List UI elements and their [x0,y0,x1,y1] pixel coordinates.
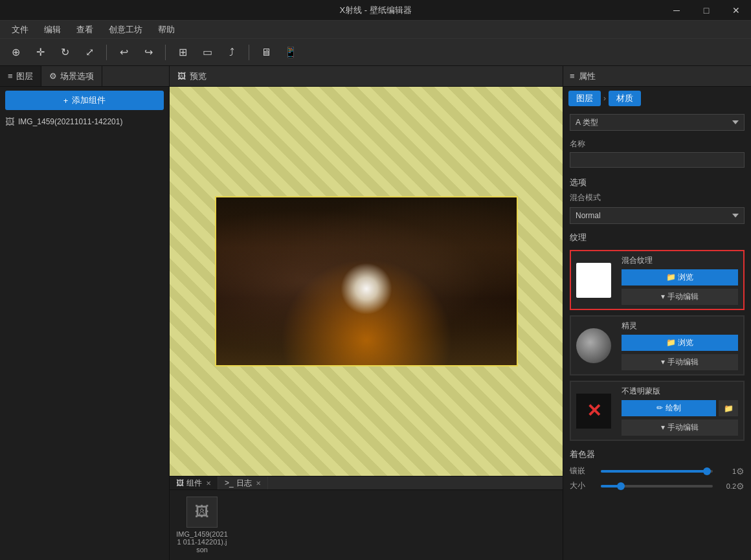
center-panel: 🖼 预览 🖼 组件 ✕ >_ 日志 ✕ [170,66,563,560]
size-label: 大小 [570,480,596,491]
preview-tab: 🖼 预览 [170,66,563,87]
opacity-x-preview: ✕ [576,394,611,429]
tab-components[interactable]: 🖼 组件 ✕ [170,476,218,489]
layer-image-icon: 🖼 [5,117,14,127]
tint-thumb[interactable] [703,467,711,475]
menu-view[interactable]: 查看 [70,23,100,37]
preview-label: 预览 [190,71,207,82]
colorizer-section: 着色器 镶嵌 1 ⚙ 大小 [563,443,751,498]
mixed-texture-thumb [571,251,616,309]
layer-item[interactable]: 🖼 IMG_1459(20211011-142201) [0,114,169,129]
sprite-browse-btn[interactable]: 📁 浏览 [622,335,738,351]
nav-material[interactable]: 材质 [609,91,641,106]
size-slider-container [601,485,713,487]
menu-file[interactable]: 文件 [5,23,35,37]
prop-nav: 图层 › 材质 [563,87,751,110]
blend-mode-row: Normal Multiply Screen Overlay Add [563,205,751,227]
tab-log[interactable]: >_ 日志 ✕ [218,476,268,489]
tool-chart[interactable]: ⤴ [221,42,242,63]
tint-gear-icon[interactable]: ⚙ [736,466,745,476]
add-component-button[interactable]: + 添加组件 [5,91,164,110]
components-tab-close[interactable]: ✕ [206,480,211,487]
layers-icon: ≡ [8,71,13,81]
name-input[interactable] [570,152,745,168]
right-panel: ≡ 属性 图层 › 材质 A 类型 名称 选项 混合模式 Normal Mult… [563,66,751,560]
nav-arrow: › [603,94,606,103]
close-button[interactable]: ✕ [721,0,751,21]
main-content: ≡ 图层 ⚙ 场景选项 + 添加组件 🖼 IMG_1459(20211011-1… [0,66,751,560]
sprite-manual-btn[interactable]: ▾ 手动编辑 [622,354,738,370]
opacity-thumb: ✕ [571,382,616,440]
sprite-gray-preview [576,328,611,363]
toolbar: ⊕ ✛ ↻ ⤢ ↩ ↪ ⊞ ▭ ⤴ 🖥 📱 [0,39,751,66]
tab-layers[interactable]: ≡ 图层 [0,66,41,86]
tint-row: 镶嵌 1 ⚙ [570,465,745,476]
tab-scene-label: 场景选项 [60,71,94,82]
opacity-manual-btn[interactable]: ▾ 手动编辑 [622,420,738,436]
image-content [216,197,517,365]
menubar: 文件 编辑 查看 创意工坊 帮助 [0,21,751,39]
glow-effect [341,263,392,315]
type-section: A 类型 [563,110,751,135]
tint-value: 1 [718,467,736,475]
tool-rect[interactable]: ▭ [197,42,218,63]
sprite-card: 精灵 📁 浏览 ▾ 手动编辑 [570,315,745,375]
log-label: 日志 [236,478,252,489]
toolbar-divider-2 [165,45,166,60]
sprite-name: 精灵 [622,320,738,331]
name-label: 名称 [570,139,745,150]
maximize-button[interactable]: □ [691,0,721,21]
component-item-1[interactable]: 🖼 IMG_1459(20211 011-142201).json [176,497,228,554]
scene-icon: ⚙ [49,71,57,81]
tab-scene-options[interactable]: ⚙ 场景选项 [41,66,102,86]
properties-header: ≡ 属性 [563,66,751,87]
log-tab-close[interactable]: ✕ [256,480,261,487]
panel-tabs: ≡ 图层 ⚙ 场景选项 [0,66,169,87]
preview-icon: 🖼 [177,71,186,81]
menu-workshop[interactable]: 创意工坊 [102,23,149,37]
size-value: 0.2 [718,482,736,490]
tool-mobile[interactable]: 📱 [280,42,301,63]
tool-monitor[interactable]: 🖥 [256,42,276,63]
component-thumbnail: 🖼 [186,497,218,528]
size-row: 大小 0.2 ⚙ [570,480,745,491]
tool-move[interactable]: ✛ [30,42,50,63]
tool-expand[interactable]: ⤢ [79,42,100,63]
tool-undo[interactable]: ↩ [113,42,134,63]
opacity-paint-btn[interactable]: ✏ 绘制 [622,400,716,416]
opacity-folder-btn[interactable]: 📁 [719,400,738,416]
mixed-texture-name: 混合纹理 [622,255,738,266]
mixed-texture-browse-btn[interactable]: 📁 浏览 [622,269,738,286]
type-dropdown[interactable]: A 类型 [570,114,745,131]
opacity-name: 不透明蒙版 [622,386,738,397]
tint-fill [601,470,707,473]
tool-redo[interactable]: ↪ [138,42,159,63]
size-thumb[interactable] [617,482,625,490]
log-icon: >_ [225,478,234,487]
minimize-button[interactable]: ─ [662,0,691,21]
layer-name: IMG_1459(20211011-142201) [18,117,122,126]
bottom-tabs: 🖼 组件 ✕ >_ 日志 ✕ [170,476,563,490]
blend-mode-dropdown[interactable]: Normal Multiply Screen Overlay Add [570,207,745,224]
menu-help[interactable]: 帮助 [151,23,181,37]
size-gear-icon[interactable]: ⚙ [736,481,745,491]
colorizer-title: 着色器 [570,449,745,460]
options-section-title: 选项 [563,172,751,191]
properties-title: 属性 [579,71,596,82]
tab-layers-label: 图层 [16,71,33,82]
tool-grid[interactable]: ⊞ [172,42,193,63]
opacity-card: ✕ 不透明蒙版 ✏ 绘制 📁 ▾ 手动编辑 [570,381,745,441]
canvas-area[interactable] [170,87,563,476]
tool-refresh[interactable]: ↻ [54,42,75,63]
properties-icon: ≡ [570,71,575,81]
add-component-label: 添加组件 [72,95,106,106]
menu-edit[interactable]: 编辑 [38,23,67,37]
mixed-texture-info: 混合纹理 📁 浏览 ▾ 手动编辑 [616,251,743,309]
component-icon: 🖼 [195,504,209,521]
texture-white-preview [576,263,611,298]
toolbar-divider-1 [106,45,107,60]
texture-section-title: 纹理 [563,227,751,247]
nav-layer[interactable]: 图层 [568,91,601,106]
tool-rotate[interactable]: ⊕ [5,42,26,63]
mixed-texture-manual-btn[interactable]: ▾ 手动编辑 [622,289,738,305]
